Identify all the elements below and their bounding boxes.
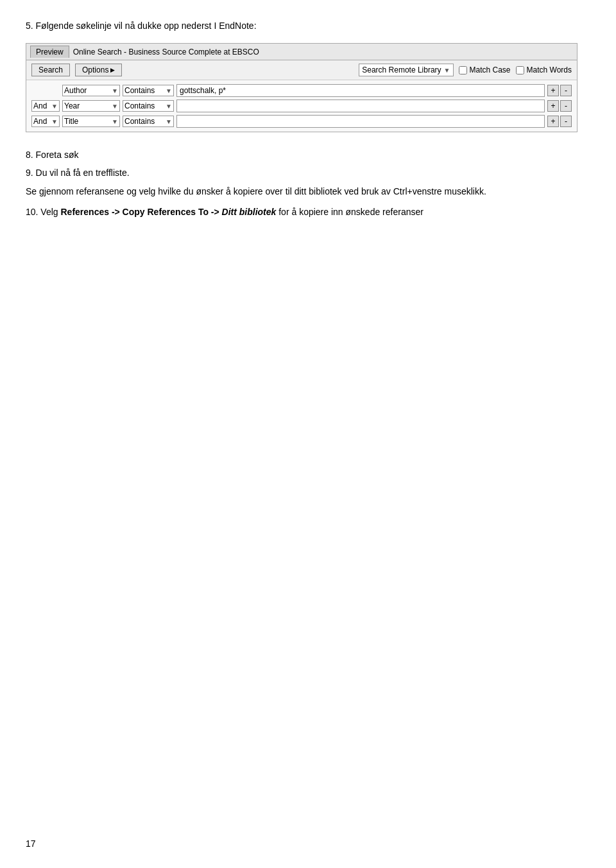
match-words-checkbox-group: Match Words [516, 65, 572, 74]
toolbar-row: Search Options ▶ Search Remote Library ▼… [26, 60, 577, 80]
field-arrow-icon-3: ▼ [112, 118, 118, 125]
step10-suffix: for å kopiere inn ønskede referanser [276, 207, 424, 217]
match-case-checkbox[interactable] [459, 66, 467, 74]
logic-select-3[interactable]: And ▼ [31, 116, 60, 127]
step5-text: 5. Følgende søkelinje vil nå dukke opp n… [26, 19, 590, 33]
options-button[interactable]: Options ▶ [75, 64, 122, 76]
preview-tab[interactable]: Preview [30, 46, 69, 58]
condition-arrow-icon-2: ▼ [166, 103, 172, 110]
panel-title: Online Search - Business Source Complete… [73, 48, 259, 56]
step10-italic1: Ditt bibliotek [222, 207, 277, 217]
field-select-1[interactable]: Author ▼ [62, 85, 120, 96]
logic-label-3: And [33, 117, 47, 126]
search-input-2[interactable] [176, 100, 545, 112]
remote-library-select[interactable]: Search Remote Library ▼ [359, 64, 453, 76]
remote-library-arrow-icon: ▼ [444, 67, 450, 74]
step10-bold1: References -> Copy References To -> [61, 207, 222, 217]
search-rows: Author ▼ Contains ▼ + - And ▼ Year ▼ [26, 80, 577, 132]
row-btn-group-3: + - [547, 116, 572, 127]
search-input-3[interactable] [176, 115, 545, 128]
condition-select-1[interactable]: Contains ▼ [123, 85, 174, 96]
search-row-1: Author ▼ Contains ▼ + - [31, 84, 572, 97]
remove-row-button-3[interactable]: - [560, 116, 572, 127]
field-label-2: Year [64, 101, 80, 110]
step10-prefix: 10. Velg [26, 207, 61, 217]
search-row-3: And ▼ Title ▼ Contains ▼ + - [31, 115, 572, 128]
logic-label-2: And [33, 101, 47, 110]
remote-library-dropdown[interactable]: Search Remote Library ▼ [359, 64, 453, 76]
match-words-checkbox[interactable] [516, 66, 524, 74]
condition-label-3: Contains [124, 117, 155, 126]
add-row-button-2[interactable]: + [547, 100, 559, 112]
remove-row-button-2[interactable]: - [560, 100, 572, 112]
endnote-panel: Preview Online Search - Business Source … [26, 43, 578, 132]
field-label-3: Title [64, 117, 78, 126]
field-label-1: Author [64, 86, 87, 95]
remote-library-label: Search Remote Library [362, 65, 441, 74]
field-select-2[interactable]: Year ▼ [62, 100, 120, 112]
step10-text: 10. Velg References -> Copy References T… [26, 205, 590, 219]
add-row-button-1[interactable]: + [547, 85, 559, 96]
logic-arrow-icon-2: ▼ [51, 103, 58, 110]
remove-row-button-1[interactable]: - [560, 85, 572, 96]
condition-select-3[interactable]: Contains ▼ [123, 116, 174, 127]
search-row-2: And ▼ Year ▼ Contains ▼ + - [31, 100, 572, 112]
field-select-3[interactable]: Title ▼ [62, 116, 120, 127]
match-case-label: Match Case [470, 65, 511, 74]
page-number: 17 [26, 838, 36, 849]
step9-text: 9. Du vil nå få en treffliste. [26, 166, 590, 180]
search-button[interactable]: Search [31, 64, 70, 76]
condition-select-2[interactable]: Contains ▼ [123, 100, 174, 112]
step8-text: 8. Foreta søk [26, 148, 590, 162]
row-btn-group-2: + - [547, 100, 572, 112]
row-btn-group-1: + - [547, 85, 572, 96]
field-arrow-icon-2: ▼ [112, 103, 118, 110]
options-arrow-icon: ▶ [110, 67, 115, 73]
match-words-label: Match Words [527, 65, 572, 74]
logic-select-2[interactable]: And ▼ [31, 100, 60, 112]
field-arrow-icon-1: ▼ [112, 87, 118, 94]
condition-arrow-icon-3: ▼ [166, 118, 172, 125]
add-row-button-3[interactable]: + [547, 116, 559, 127]
match-case-checkbox-group: Match Case [459, 65, 511, 74]
search-input-1[interactable] [176, 84, 545, 97]
condition-arrow-icon-1: ▼ [166, 87, 172, 94]
panel-title-bar: Preview Online Search - Business Source … [26, 44, 577, 60]
condition-label-2: Contains [124, 101, 155, 110]
logic-arrow-icon-3: ▼ [51, 118, 58, 125]
step9b-text: Se gjennom referansene og velg hvilke du… [26, 184, 590, 198]
condition-label-1: Contains [124, 86, 155, 95]
